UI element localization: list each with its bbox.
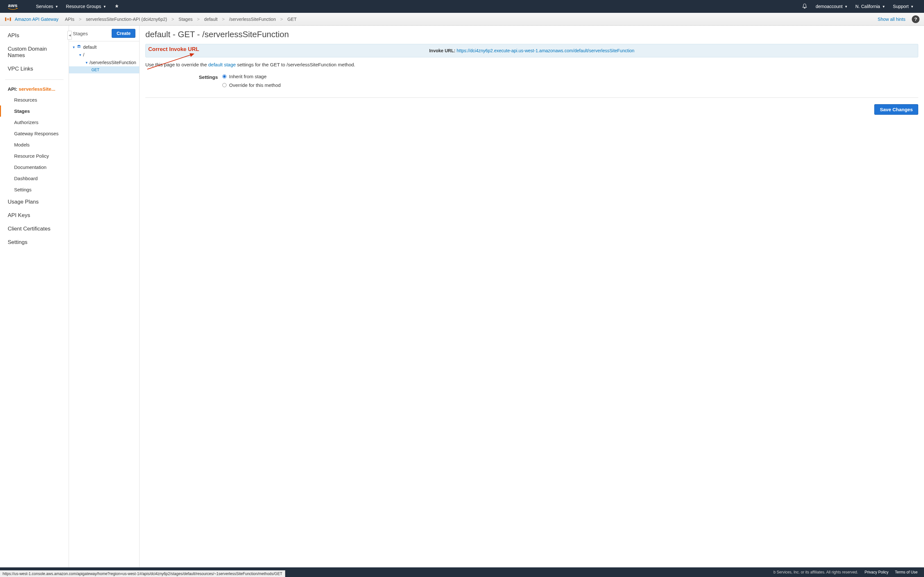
notifications-icon[interactable]	[798, 3, 812, 10]
invoke-url-link[interactable]: https://dci4zny6p2.execute-api.us-west-1…	[457, 48, 634, 53]
sidebar-item-vpc-links[interactable]: VPC Links	[0, 62, 69, 76]
sidebar-item-resources[interactable]: Resources	[0, 94, 69, 105]
crumb-api-id[interactable]: serverlessSiteFunction-API (dci4zny6p2)	[86, 17, 167, 22]
tree-method-get[interactable]: GET	[69, 66, 139, 73]
chevron-down-icon: ▼	[845, 5, 848, 8]
radio-inherit-input[interactable]	[222, 74, 226, 79]
chevron-down-icon: ▼	[55, 5, 58, 8]
settings-label: Settings	[145, 74, 222, 80]
chevron-down-icon: ▼	[103, 5, 106, 8]
sidebar-item-client-certs[interactable]: Client Certificates	[0, 222, 69, 235]
sidebar-item-api-keys[interactable]: API Keys	[0, 209, 69, 222]
crumb-apis[interactable]: APIs	[65, 17, 74, 22]
nav-account[interactable]: demoaccount ▼	[812, 4, 851, 9]
sidebar-item-stages[interactable]: Stages	[0, 105, 69, 117]
tree-root[interactable]: ▼ /	[69, 51, 139, 59]
sidebar-api-heading: API: serverlessSite...	[0, 84, 69, 94]
nav-resource-groups-label: Resource Groups	[66, 4, 102, 9]
radio-override-label: Override for this method	[229, 82, 281, 88]
page-title: default - GET - /serverlessSiteFunction	[145, 29, 918, 39]
svg-rect-3	[8, 18, 9, 20]
radio-override-input[interactable]	[222, 83, 226, 87]
nav-account-label: demoaccount	[816, 4, 843, 9]
collapse-panel-button[interactable]: ◀	[67, 31, 72, 40]
tree-root-label: /	[83, 52, 84, 57]
svg-rect-0	[5, 17, 6, 21]
default-stage-link[interactable]: default stage	[208, 62, 236, 67]
save-changes-button[interactable]: Save Changes	[874, 104, 918, 115]
svg-rect-1	[10, 17, 11, 21]
nav-region[interactable]: N. California ▼	[851, 4, 889, 9]
stages-title: Stages	[73, 31, 88, 36]
main-layout: APIs Custom Domain Names VPC Links API: …	[0, 26, 924, 567]
chevron-down-icon: ▼	[911, 5, 914, 8]
radio-inherit-label: Inherit from stage	[229, 74, 267, 79]
crumb-method[interactable]: GET	[288, 17, 297, 22]
nav-services[interactable]: Services ▼	[32, 4, 62, 9]
sidebar-item-usage-plans[interactable]: Usage Plans	[0, 195, 69, 209]
sidebar-item-models[interactable]: Models	[0, 139, 69, 150]
chevron-down-icon[interactable]: ▼	[72, 45, 75, 49]
crumb-stage[interactable]: default	[204, 17, 218, 22]
top-nav: aws Services ▼ Resource Groups ▼ demoacc…	[0, 0, 924, 13]
tree-stage-label: default	[83, 45, 97, 50]
invoke-url-label: Invoke URL:	[429, 48, 457, 53]
crumb-stages[interactable]: Stages	[179, 17, 193, 22]
create-stage-button[interactable]: Create	[111, 29, 136, 38]
pin-icon[interactable]	[110, 4, 124, 9]
radio-inherit[interactable]: Inherit from stage	[222, 74, 281, 79]
sidebar-item-api-settings[interactable]: Settings	[0, 184, 69, 195]
divider	[145, 97, 918, 98]
radio-override[interactable]: Override for this method	[222, 82, 281, 88]
settings-row: Settings Inherit from stage Override for…	[145, 74, 918, 91]
stages-panel: ◀ Stages Create ▼ default ▼ / ▼ /serverl…	[69, 26, 140, 567]
nav-resource-groups[interactable]: Resource Groups ▼	[62, 4, 110, 9]
aws-logo[interactable]: aws	[6, 3, 19, 10]
nav-region-label: N. California	[855, 4, 880, 9]
crumb-resource[interactable]: /serverlessSiteFunction	[229, 17, 276, 22]
service-title[interactable]: Amazon API Gateway	[15, 17, 58, 22]
sidebar-item-documentation[interactable]: Documentation	[0, 161, 69, 173]
invoke-url-box: Correct Invoke URL Invoke URL: https://d…	[145, 44, 918, 57]
stages-tree: ▼ default ▼ / ▼ /serverlessSiteFunction …	[69, 41, 139, 75]
sub-header: Amazon API Gateway APIs > serverlessSite…	[0, 13, 924, 26]
sidebar-left: APIs Custom Domain Names VPC Links API: …	[0, 26, 69, 567]
svg-rect-2	[7, 18, 8, 20]
sidebar-item-gateway-responses[interactable]: Gateway Responses	[0, 128, 69, 139]
tree-resource[interactable]: ▼ /serverlessSiteFunction	[69, 59, 139, 66]
chevron-down-icon[interactable]: ▼	[79, 53, 82, 57]
layers-icon	[77, 45, 81, 50]
override-description: Use this page to override the default st…	[145, 62, 918, 67]
sidebar-item-custom-domains[interactable]: Custom Domain Names	[0, 42, 69, 62]
nav-support-label: Support	[893, 4, 909, 9]
tree-stage-default[interactable]: ▼ default	[69, 43, 139, 51]
sidebar-divider	[5, 79, 63, 80]
tree-resource-label: /serverlessSiteFunction	[89, 60, 136, 65]
sidebar-item-authorizers[interactable]: Authorizers	[0, 117, 69, 128]
sidebar-item-resource-policy[interactable]: Resource Policy	[0, 150, 69, 161]
breadcrumb: APIs > serverlessSiteFunction-API (dci4z…	[65, 17, 296, 22]
nav-support[interactable]: Support ▼	[889, 4, 918, 9]
api-gateway-icon	[5, 16, 11, 23]
tree-method-label: GET	[91, 68, 99, 72]
content-area: default - GET - /serverlessSiteFunction …	[140, 26, 924, 567]
sidebar-item-dashboard[interactable]: Dashboard	[0, 173, 69, 184]
nav-services-label: Services	[36, 4, 53, 9]
sidebar-item-settings[interactable]: Settings	[0, 235, 69, 249]
sidebar-item-apis[interactable]: APIs	[0, 29, 69, 42]
annotation-label: Correct Invoke URL	[148, 46, 199, 53]
chevron-down-icon[interactable]: ▼	[85, 61, 88, 64]
chevron-down-icon: ▼	[882, 5, 885, 8]
sidebar-api-name[interactable]: serverlessSite...	[19, 86, 55, 92]
stages-header: Stages Create	[69, 26, 139, 41]
show-hints-link[interactable]: Show all hints	[878, 17, 905, 22]
help-icon[interactable]: ?	[912, 15, 919, 23]
